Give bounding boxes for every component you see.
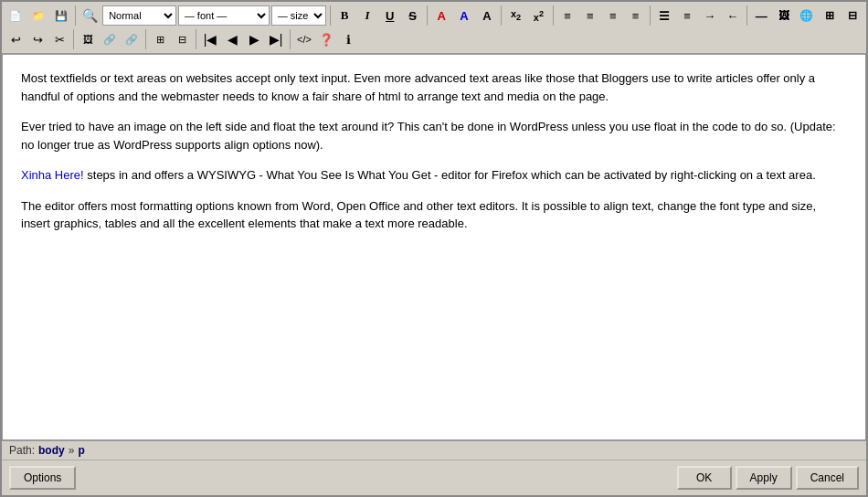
cut-button[interactable]: ✂ bbox=[49, 29, 69, 49]
table2-button[interactable]: ⊟ bbox=[842, 5, 863, 26]
insert-link-icon: 🔗 bbox=[103, 34, 116, 46]
color-text-button[interactable]: A bbox=[431, 5, 452, 26]
nav-prev-button[interactable]: ◀ bbox=[222, 29, 242, 49]
table-icon: ⊞ bbox=[825, 9, 834, 22]
separator-10 bbox=[196, 29, 196, 49]
italic-button[interactable]: I bbox=[357, 5, 378, 26]
options-button[interactable]: Options bbox=[9, 466, 76, 490]
color-bg-icon: A bbox=[460, 9, 468, 23]
undo-icon: ↩ bbox=[11, 33, 21, 47]
about-button[interactable]: ℹ bbox=[338, 29, 358, 49]
table-col-button[interactable]: ⊟ bbox=[172, 29, 192, 49]
hr-button[interactable]: — bbox=[751, 5, 772, 26]
color-bg-button[interactable]: A bbox=[454, 5, 475, 26]
nav-last-icon: ▶| bbox=[270, 32, 283, 47]
undo-button[interactable]: ↩ bbox=[5, 29, 26, 49]
insert-image-icon: 🖼 bbox=[83, 34, 93, 45]
size-select[interactable]: — size — 8pt 10pt 12pt 14pt 18pt 24pt bbox=[271, 5, 326, 26]
content-paragraph-3: Xinha Here! steps in and offers a WYSIWY… bbox=[21, 166, 847, 185]
toolbar-row-2: ↩ ↪ ✂ 🖼 🔗 🔗 ⊞ bbox=[4, 27, 864, 51]
separator-7 bbox=[746, 5, 747, 26]
source-icon: </> bbox=[297, 34, 312, 45]
bottom-right: OK Apply Cancel bbox=[677, 466, 859, 490]
path-arrow: » bbox=[69, 444, 75, 457]
nav-next-button[interactable]: ▶ bbox=[244, 29, 264, 49]
image-button[interactable]: 🖼 bbox=[774, 5, 795, 26]
underline-icon: U bbox=[386, 9, 394, 23]
editor-content[interactable]: Most textfields or text areas on website… bbox=[2, 54, 866, 440]
separator-3 bbox=[427, 5, 428, 26]
align-center-button[interactable]: ≡ bbox=[580, 5, 601, 26]
bottom-bar: Options OK Apply Cancel bbox=[2, 460, 866, 495]
content-paragraph-3-text: steps in and offers a WYSIWYG - What You… bbox=[84, 168, 816, 182]
bold-button[interactable]: B bbox=[334, 5, 355, 26]
apply-button[interactable]: Apply bbox=[736, 466, 792, 490]
globe-icon: 🌐 bbox=[799, 9, 813, 22]
table-row-button[interactable]: ⊞ bbox=[150, 29, 170, 49]
align-justify-icon: ≡ bbox=[632, 9, 640, 23]
new-button[interactable]: 📄 bbox=[5, 5, 26, 26]
align-justify-button[interactable]: ≡ bbox=[625, 5, 646, 26]
content-paragraph-2: Ever tried to have an image on the left … bbox=[21, 118, 847, 153]
path-body[interactable]: body bbox=[38, 444, 65, 457]
font-select[interactable]: — font — Arial Times New Roman Courier N… bbox=[178, 5, 270, 26]
align-center-icon: ≡ bbox=[587, 9, 594, 23]
save-button[interactable]: 💾 bbox=[51, 5, 72, 26]
separator-11 bbox=[290, 29, 291, 49]
subscript-button[interactable]: x2 bbox=[505, 5, 526, 26]
table-row-icon: ⊞ bbox=[156, 34, 164, 46]
cancel-button[interactable]: Cancel bbox=[796, 466, 859, 490]
save-icon: 💾 bbox=[55, 10, 68, 22]
xinha-link[interactable]: Xinha Here! bbox=[21, 168, 84, 182]
color-plain-button[interactable]: A bbox=[476, 5, 497, 26]
separator-1 bbox=[75, 5, 76, 26]
editor-window: 📄 📁 💾 🔍 Normal Heading 1 Heading 2 Headi… bbox=[0, 0, 868, 497]
table-button[interactable]: ⊞ bbox=[819, 5, 840, 26]
content-paragraph-1: Most textfields or text areas on website… bbox=[21, 69, 847, 105]
separator-5 bbox=[553, 5, 554, 26]
align-left-icon: ≡ bbox=[564, 9, 571, 23]
nav-last-button[interactable]: ▶| bbox=[266, 29, 286, 49]
color-plain-icon: A bbox=[482, 9, 491, 23]
unordered-list-button[interactable]: ☰ bbox=[654, 5, 675, 26]
color-text-icon: A bbox=[438, 9, 446, 23]
source-button[interactable]: </> bbox=[294, 29, 314, 49]
path-bar: Path: body » p bbox=[2, 440, 866, 460]
zoom-button[interactable]: 🔍 bbox=[79, 5, 101, 26]
align-left-button[interactable]: ≡ bbox=[557, 5, 578, 26]
underline-button[interactable]: U bbox=[379, 5, 400, 26]
path-p[interactable]: p bbox=[78, 444, 84, 457]
globe-button[interactable]: 🌐 bbox=[797, 5, 818, 26]
toolbar-area: 📄 📁 💾 🔍 Normal Heading 1 Heading 2 Headi… bbox=[2, 2, 866, 54]
subscript-icon: x2 bbox=[511, 8, 521, 22]
redo-button[interactable]: ↪ bbox=[27, 29, 48, 49]
help-icon: ❓ bbox=[319, 33, 333, 47]
strike-button[interactable]: S bbox=[402, 5, 423, 26]
outdent-icon: ← bbox=[726, 9, 738, 23]
path-label: Path: bbox=[9, 444, 35, 457]
indent-button[interactable]: → bbox=[699, 5, 720, 26]
ordered-list-icon: ≡ bbox=[683, 9, 691, 23]
style-select[interactable]: Normal Heading 1 Heading 2 Heading 3 Par… bbox=[102, 5, 176, 26]
outdent-button[interactable]: ← bbox=[722, 5, 743, 26]
help-button[interactable]: ❓ bbox=[316, 29, 336, 49]
remove-link-icon: 🔗 bbox=[125, 34, 138, 46]
nav-first-button[interactable]: |◀ bbox=[200, 29, 220, 49]
remove-link-button[interactable]: 🔗 bbox=[122, 29, 142, 49]
open-button[interactable]: 📁 bbox=[28, 5, 49, 26]
ok-button[interactable]: OK bbox=[677, 466, 732, 490]
indent-icon: → bbox=[704, 9, 715, 23]
separator-2 bbox=[330, 5, 331, 26]
insert-image-button[interactable]: 🖼 bbox=[78, 29, 98, 49]
nav-prev-icon: ◀ bbox=[228, 32, 238, 47]
zoom-icon: 🔍 bbox=[82, 8, 98, 23]
separator-6 bbox=[650, 5, 651, 26]
separator-9 bbox=[145, 29, 146, 49]
superscript-button[interactable]: x2 bbox=[528, 5, 549, 26]
ordered-list-button[interactable]: ≡ bbox=[677, 5, 698, 26]
bold-icon: B bbox=[341, 8, 349, 23]
toolbar-row-1: 📄 📁 💾 🔍 Normal Heading 1 Heading 2 Headi… bbox=[4, 4, 864, 27]
insert-link-button[interactable]: 🔗 bbox=[100, 29, 120, 49]
align-right-button[interactable]: ≡ bbox=[602, 5, 623, 26]
align-right-icon: ≡ bbox=[609, 9, 617, 23]
